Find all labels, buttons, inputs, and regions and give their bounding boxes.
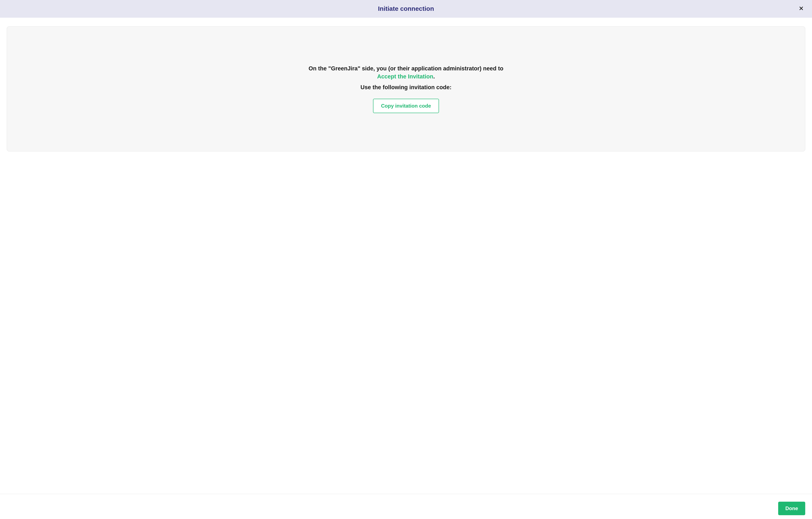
- instruction-text: On the "GreenJira" side, you (or their a…: [300, 65, 512, 81]
- close-button[interactable]: [797, 4, 805, 13]
- copy-invitation-code-button[interactable]: Copy invitation code: [373, 99, 439, 113]
- sub-instruction: Use the following invitation code:: [360, 84, 452, 91]
- content-box: On the "GreenJira" side, you (or their a…: [7, 26, 805, 151]
- dialog-header: Initiate connection: [0, 0, 812, 18]
- accept-invitation-link[interactable]: Accept the Invitation: [377, 74, 433, 80]
- dialog-footer: Done: [0, 494, 812, 519]
- dialog-body: On the "GreenJira" side, you (or their a…: [0, 18, 812, 494]
- instruction-prefix: On the "GreenJira" side, you (or their a…: [309, 65, 503, 72]
- dialog-title: Initiate connection: [378, 5, 434, 12]
- close-icon: [799, 6, 804, 11]
- done-button[interactable]: Done: [778, 502, 805, 515]
- instruction-suffix: .: [433, 74, 435, 80]
